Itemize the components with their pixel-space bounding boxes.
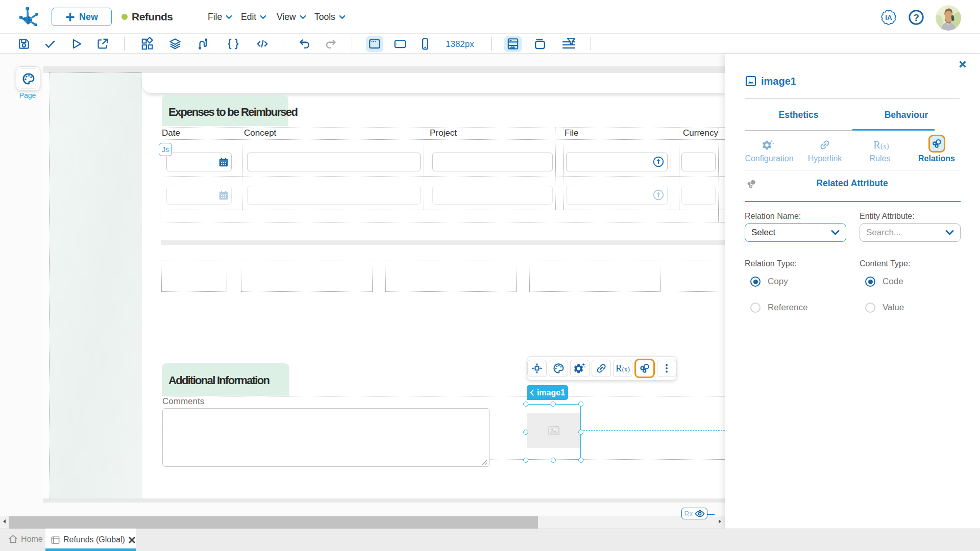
svg-text:?: ? [913,12,919,23]
svg-text:IA: IA [885,14,892,21]
